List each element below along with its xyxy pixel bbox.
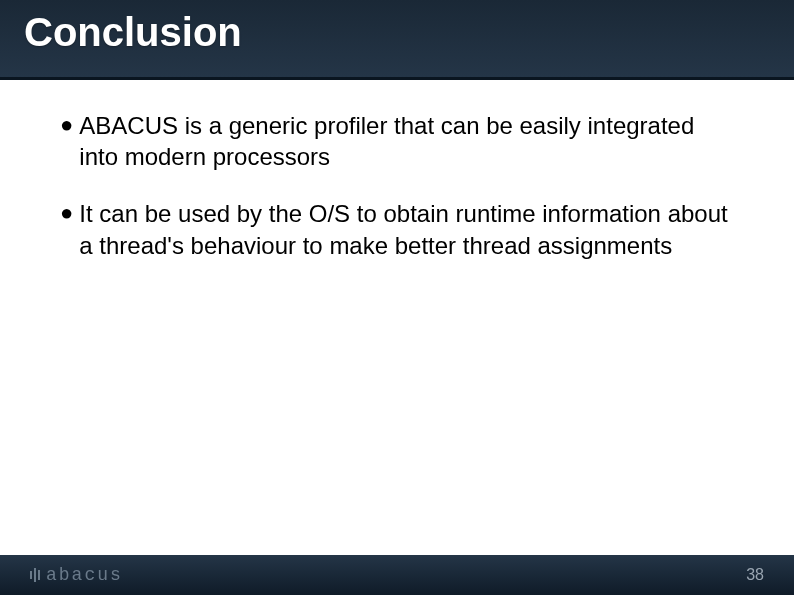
slide: Conclusion ● ABACUS is a generic profile… [0,0,794,595]
bullet-text: ABACUS is a generic profiler that can be… [79,110,734,172]
footer-logo: abacus [30,565,123,585]
slide-title: Conclusion [24,10,770,54]
footer-logo-text: abacus [46,565,123,585]
slide-content: ● ABACUS is a generic profiler that can … [0,80,794,261]
bullet-item: ● ABACUS is a generic profiler that can … [60,110,734,172]
bullet-text: It can be used by the O/S to obtain runt… [79,198,734,260]
slide-footer: abacus 38 [0,555,794,595]
bullet-icon: ● [60,110,73,140]
bullet-icon: ● [60,198,73,228]
slide-header: Conclusion [0,0,794,80]
page-number: 38 [746,566,764,584]
bullet-item: ● It can be used by the O/S to obtain ru… [60,198,734,260]
